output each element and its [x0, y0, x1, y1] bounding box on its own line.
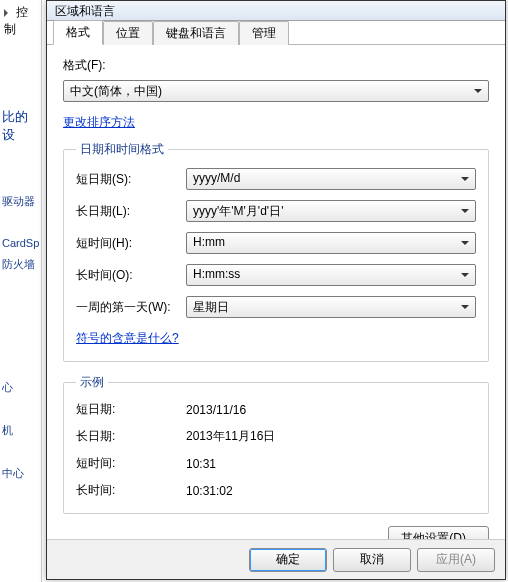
symbols-help-link[interactable]: 符号的含意是什么?	[76, 330, 179, 347]
tab-format[interactable]: 格式	[53, 20, 103, 45]
side-link-drive[interactable]: 驱动器	[0, 190, 41, 213]
sample-short-time-label: 短时间:	[76, 455, 186, 472]
short-date-select[interactable]: yyyy/M/d	[186, 168, 476, 190]
long-date-label: 长日期(L):	[76, 203, 186, 220]
side-link-firewall[interactable]: 防火墙	[0, 253, 41, 276]
sample-legend: 示例	[76, 374, 108, 391]
side-link-cardspace[interactable]: CardSp	[0, 233, 41, 253]
cancel-button[interactable]: 取消	[333, 548, 411, 572]
sample-short-date-label: 短日期:	[76, 401, 186, 418]
change-sort-link[interactable]: 更改排序方法	[63, 114, 135, 131]
short-date-label: 短日期(S):	[76, 171, 186, 188]
sample-long-date-value: 2013年11月16日	[186, 428, 476, 445]
dialog-footer: 确定 取消 应用(A)	[47, 539, 505, 579]
tab-page-format: 格式(F): 中文(简体，中国) 更改排序方法 日期和时间格式 短日期(S): …	[47, 45, 505, 582]
sample-long-time-label: 长时间:	[76, 482, 186, 499]
short-time-label: 短时间(H):	[76, 235, 186, 252]
sample-long-date-label: 长日期:	[76, 428, 186, 445]
datetime-format-group: 日期和时间格式 短日期(S): yyyy/M/d 长日期(L): yyyy'年'…	[63, 141, 489, 362]
sample-group: 示例 短日期: 2013/11/16 长日期: 2013年11月16日 短时间:…	[63, 374, 489, 514]
page-title-fragment: 比的设	[0, 102, 41, 150]
first-day-select[interactable]: 星期日	[186, 296, 476, 318]
long-date-select[interactable]: yyyy'年'M'月'd'日'	[186, 200, 476, 222]
region-language-dialog: 区域和语言 格式 位置 键盘和语言 管理 格式(F): 中文(简体，中国) 更改…	[46, 0, 506, 580]
apply-button[interactable]: 应用(A)	[417, 548, 495, 572]
tab-keyboard[interactable]: 键盘和语言	[153, 21, 239, 45]
format-label: 格式(F):	[63, 57, 489, 74]
long-time-label: 长时间(O):	[76, 267, 186, 284]
chevron-right-icon	[4, 9, 12, 17]
tabstrip: 格式 位置 键盘和语言 管理	[47, 21, 505, 45]
tab-admin[interactable]: 管理	[239, 21, 289, 45]
short-time-select[interactable]: H:mm	[186, 232, 476, 254]
tab-location[interactable]: 位置	[103, 21, 153, 45]
dialog-title: 区域和语言	[47, 1, 505, 21]
long-time-select[interactable]: H:mm:ss	[186, 264, 476, 286]
breadcrumb[interactable]: 控制	[0, 0, 41, 42]
format-select[interactable]: 中文(简体，中国)	[63, 80, 489, 102]
datetime-legend: 日期和时间格式	[76, 141, 168, 158]
sample-short-date-value: 2013/11/16	[186, 403, 476, 417]
left-panel-fragment: 控制 比的设 驱动器 CardSp 防火墙 心 机 中心	[0, 0, 42, 582]
ok-button[interactable]: 确定	[249, 548, 327, 572]
sample-long-time-value: 10:31:02	[186, 484, 476, 498]
sample-short-time-value: 10:31	[186, 457, 476, 471]
side-link-machine[interactable]: 机	[0, 419, 41, 442]
first-day-label: 一周的第一天(W):	[76, 299, 186, 316]
side-link-center1[interactable]: 心	[0, 376, 41, 399]
side-link-center2[interactable]: 中心	[0, 462, 41, 485]
